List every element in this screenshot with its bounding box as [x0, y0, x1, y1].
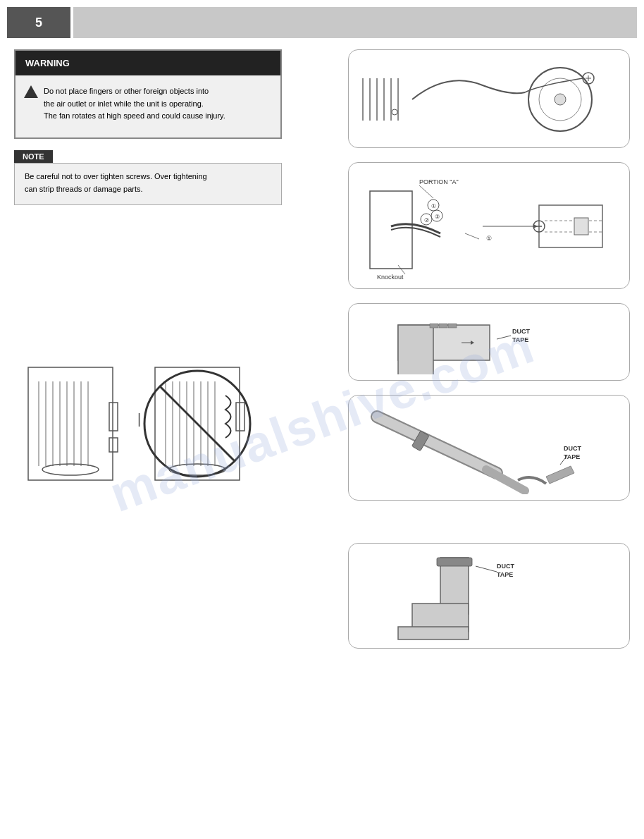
svg-line-59	[497, 336, 511, 339]
svg-text:①: ①	[431, 203, 436, 209]
knockout-svg: PORTION "A" ① ② ③ Knockout ①	[356, 170, 617, 283]
duct-tape-label-1b: TAPE	[512, 336, 528, 343]
right-column: PORTION "A" ① ② ③ Knockout ①	[348, 49, 630, 649]
svg-rect-58	[398, 325, 433, 374]
duct-tape-1-svg: DUCT TAPE	[356, 311, 617, 374]
knockout-label: Knockout	[377, 274, 404, 281]
svg-text:①: ①	[486, 235, 492, 242]
diagram-duct-tape-1: DUCT TAPE	[348, 303, 630, 381]
diagram-knockout: PORTION "A" ① ② ③ Knockout ①	[348, 162, 630, 289]
svg-point-9	[42, 464, 99, 475]
svg-text:③: ③	[435, 214, 440, 220]
svg-rect-22	[236, 403, 244, 431]
svg-rect-49	[539, 205, 602, 247]
header-bar	[73, 7, 637, 38]
header-number: 5	[7, 7, 70, 38]
warning-body: Do not place fingers or other foreign ob…	[14, 75, 282, 139]
svg-line-48	[465, 233, 479, 239]
note-tab: NOTE	[14, 150, 53, 163]
note-body: Be careful not to over tighten screws. O…	[14, 163, 282, 205]
svg-rect-10	[109, 403, 118, 431]
svg-rect-71	[398, 627, 469, 639]
duct-tape-label-3: DUCT	[497, 563, 514, 570]
svg-line-70	[476, 566, 497, 572]
diagram-wiring	[348, 49, 630, 148]
duct-tape-label-2b: TAPE	[564, 453, 580, 460]
duct-tape-3-svg: DUCT TAPE	[356, 551, 617, 642]
duct-tape-label-3b: TAPE	[497, 571, 513, 578]
svg-point-34	[555, 94, 566, 105]
svg-line-38	[419, 185, 433, 198]
svg-rect-0	[28, 367, 113, 480]
portion-a-label: PORTION "A"	[419, 178, 459, 185]
unit-diagrams-area: |	[14, 346, 296, 489]
svg-line-24	[160, 386, 235, 461]
warning-text: Do not place fingers or other foreign ob…	[44, 85, 271, 123]
svg-point-31	[392, 109, 397, 115]
svg-marker-56	[533, 224, 538, 228]
duct-tape-label-1: DUCT	[512, 328, 530, 335]
duct-tape-label-2: DUCT	[564, 445, 581, 452]
duct-tape-2-svg: DUCT TAPE	[356, 403, 617, 494]
diagram-duct-tape-3: DUCT TAPE	[348, 543, 630, 649]
separator-arrow: |	[137, 411, 141, 427]
svg-rect-61	[439, 324, 447, 328]
warning-triangle-icon	[24, 85, 38, 98]
diagram-duct-tape-2: DUCT TAPE	[348, 395, 630, 501]
unit-diagram-svg: |	[14, 346, 268, 487]
left-column: WARNING Do not place fingers or other fo…	[14, 49, 296, 489]
svg-rect-11	[109, 438, 118, 452]
header: 5	[7, 7, 637, 38]
svg-rect-69	[437, 558, 472, 566]
svg-rect-62	[448, 324, 457, 328]
svg-text:②: ②	[424, 217, 429, 223]
warning-title-box: WARNING	[14, 49, 282, 75]
wiring-svg	[356, 57, 617, 142]
svg-rect-54	[574, 218, 588, 235]
svg-rect-60	[430, 324, 438, 328]
